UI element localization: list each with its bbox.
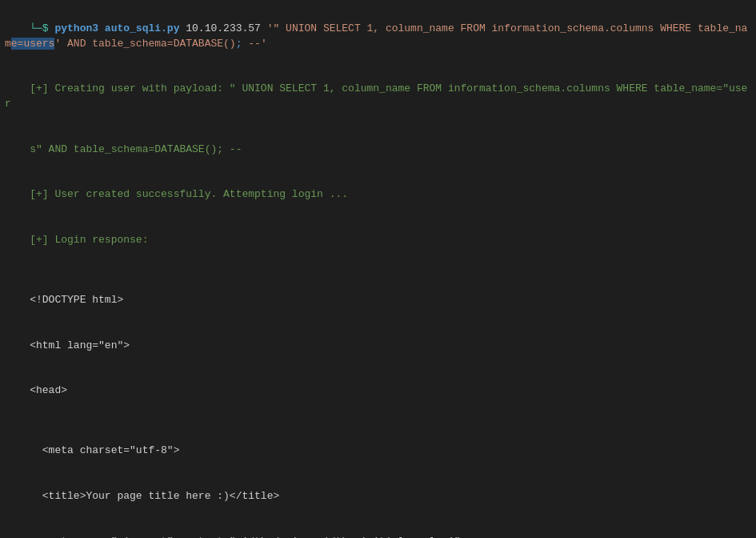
output-prefix-1b: s" AND table_schema=DATABASE(); -- (30, 143, 242, 155)
meta-charset: <meta charset="utf-8"> (30, 444, 179, 456)
line-4: [+] Login response: (5, 218, 751, 263)
line-meta-charset: <meta charset="utf-8"> (5, 429, 751, 475)
line-3: [+] User created successfully. Attemptin… (5, 172, 751, 218)
payload-cont: ' AND table_schema=DATABASE() (54, 38, 235, 50)
prompt-symbol: └─$ (30, 22, 54, 34)
title-tag: <title>Your page title here :)</title> (30, 490, 279, 502)
line-2: [+] Creating user with payload: " UNION … (5, 66, 751, 126)
output-prefix-1: [+] Creating user with payload: " UNION … (5, 82, 747, 110)
blank-2 (5, 414, 751, 429)
selected-text: e=users (11, 38, 55, 50)
line-html: <html lang="en"> (5, 323, 751, 369)
meta-viewport: <meta name="viewport" content="width=dev… (30, 536, 466, 538)
line-head: <head> (5, 368, 751, 414)
doctype: <!DOCTYPE html> (30, 294, 123, 306)
terminal-window: └─$ python3 auto_sqli.py 10.10.233.57 '"… (0, 0, 756, 538)
output-created: [+] User created successfully. Attemptin… (30, 188, 348, 200)
head-tag: <head> (30, 384, 67, 396)
payload-end: --' (242, 38, 266, 50)
line-meta-vp: <meta name="viewport" content="width=dev… (5, 520, 751, 538)
line-1: └─$ python3 auto_sqli.py 10.10.233.57 '"… (5, 6, 751, 66)
line-2b: s" AND table_schema=DATABASE(); -- (5, 127, 751, 173)
html-tag: <html lang="en"> (30, 339, 130, 351)
line-doctype: <!DOCTYPE html> (5, 278, 751, 323)
python-cmd: python3 auto_sqli.py (54, 22, 179, 34)
output-login: [+] Login response: (30, 234, 148, 246)
line-title: <title>Your page title here :)</title> (5, 474, 751, 520)
blank-1 (5, 263, 751, 278)
ip-address: 10.10.233.57 (179, 22, 266, 34)
